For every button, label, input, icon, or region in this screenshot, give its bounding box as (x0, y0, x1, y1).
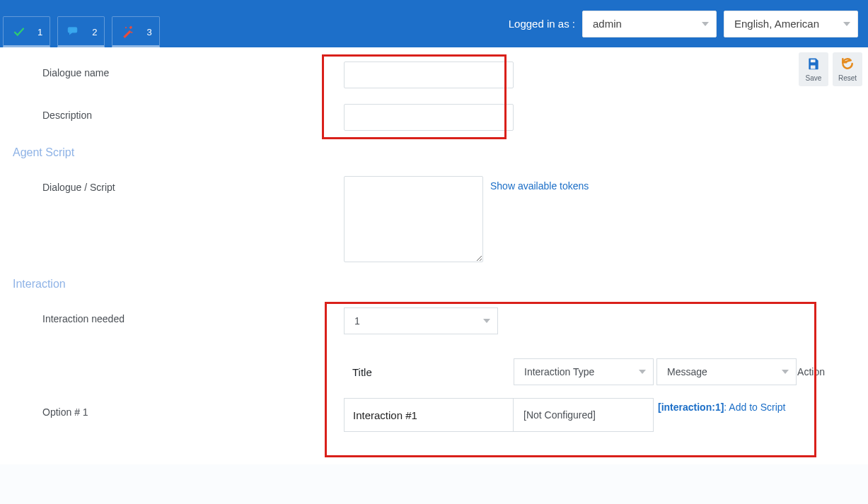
svg-rect-2 (812, 60, 814, 62)
save-button[interactable]: Save (799, 52, 828, 86)
step-number: 3 (146, 27, 151, 37)
reset-button[interactable]: Reset (833, 52, 862, 86)
save-icon (806, 57, 821, 73)
chevron-down-icon (843, 22, 850, 26)
option-type-value: [Not Configured] (523, 409, 596, 421)
dialogue-name-input[interactable] (344, 61, 514, 88)
language-dropdown[interactable]: English, American (724, 11, 858, 37)
option-1-label: Option # 1 (11, 398, 344, 418)
message-placeholder: Message (667, 366, 707, 377)
svg-point-0 (132, 32, 133, 33)
interaction-type-dropdown[interactable]: Interaction Type (514, 358, 654, 385)
description-input[interactable] (344, 104, 514, 131)
step-tab-3[interactable]: 3 (112, 16, 159, 47)
reset-label: Reset (838, 74, 857, 82)
interaction-needed-value: 1 (354, 315, 360, 327)
section-interaction: Interaction (11, 278, 857, 291)
magic-icon (117, 20, 139, 43)
add-to-script-link[interactable]: [interaction:1]: Add to Script (654, 398, 786, 414)
interaction-needed-dropdown[interactable]: 1 (344, 307, 498, 334)
step-number: 2 (92, 27, 97, 37)
chevron-down-icon (782, 370, 789, 374)
wizard-steps: 1 2 3 (0, 0, 160, 47)
language-dropdown-value: English, American (734, 18, 819, 30)
step-tab-2[interactable]: 2 (57, 16, 105, 47)
section-agent-script: Agent Script (11, 146, 857, 159)
option-title-input[interactable] (344, 398, 514, 432)
col-header-action: Action (797, 366, 825, 377)
logged-in-label: Logged in as : (509, 18, 575, 30)
svg-point-1 (125, 27, 127, 28)
message-dropdown[interactable]: Message (656, 358, 797, 385)
add-to-script-text: : Add to Script (724, 402, 785, 413)
chevron-down-icon (702, 22, 709, 26)
reset-icon (840, 57, 855, 73)
user-dropdown[interactable]: admin (582, 11, 717, 37)
chevron-down-icon (483, 319, 490, 323)
show-tokens-link[interactable]: Show available tokens (490, 176, 589, 192)
check-icon (8, 20, 30, 43)
option-type-dropdown[interactable]: [Not Configured] (514, 398, 654, 432)
step-tab-1[interactable]: 1 (3, 16, 50, 47)
save-label: Save (806, 74, 822, 82)
dialogue-name-label: Dialogue name (11, 61, 344, 78)
chevron-down-icon (639, 370, 646, 374)
chat-icon (62, 20, 85, 43)
interaction-needed-label: Interaction needed (11, 307, 344, 324)
interaction-type-placeholder: Interaction Type (524, 366, 594, 377)
step-number: 1 (37, 27, 42, 37)
interaction-token: [interaction:1] (658, 402, 724, 413)
description-label: Description (11, 104, 344, 121)
user-dropdown-value: admin (593, 18, 622, 30)
dialogue-script-label: Dialogue / Script (11, 176, 344, 193)
col-header-title: Title (344, 366, 514, 378)
dialogue-script-textarea[interactable] (344, 176, 483, 262)
